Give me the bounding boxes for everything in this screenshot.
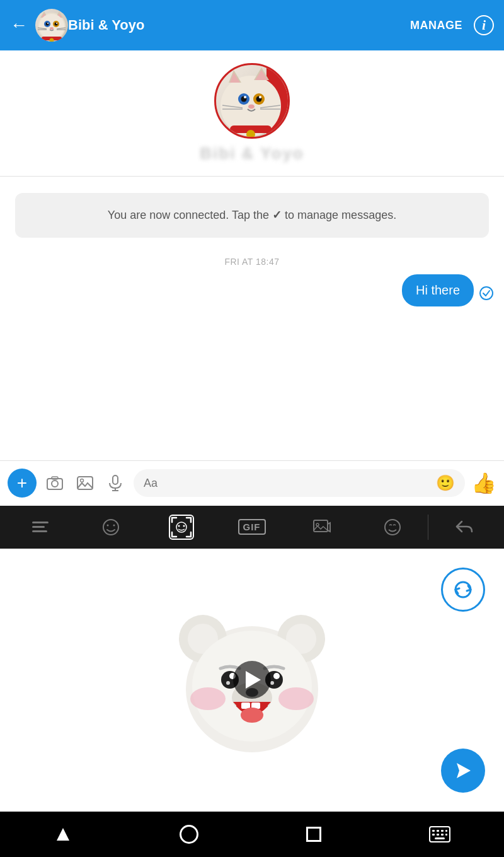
message-input-wrap: 🙂 (134, 469, 465, 497)
input-bar: + 🙂 👍 (0, 460, 504, 506)
sticker-refresh-button[interactable] (441, 568, 485, 612)
thumbs-up-button[interactable]: 👍 (471, 471, 496, 495)
face-scan-icon (169, 515, 194, 540)
svg-point-37 (246, 130, 255, 139)
gif-tab[interactable]: GIF (217, 506, 287, 549)
face-scan-tab[interactable] (146, 506, 217, 549)
nav-recents-square (306, 827, 321, 842)
svg-point-12 (50, 27, 54, 30)
photo-emoji-tab[interactable] (287, 506, 357, 549)
svg-point-58 (385, 520, 400, 535)
svg-point-65 (190, 687, 226, 710)
svg-marker-79 (57, 828, 69, 841)
header-title: Bibi & Yoyo (68, 17, 410, 33)
svg-rect-56 (314, 520, 328, 532)
play-button[interactable] (233, 661, 271, 699)
message-status-icon (479, 286, 494, 304)
emoji-tab[interactable] (76, 506, 146, 549)
nav-keyboard-button[interactable] (429, 826, 450, 842)
connected-text: You are now connected. Tap the ✓ to mana… (34, 207, 470, 224)
emoji-picker-button[interactable]: 🙂 (436, 474, 455, 492)
system-nav-bar (0, 812, 504, 857)
svg-rect-89 (435, 837, 445, 839)
svg-marker-78 (457, 763, 471, 778)
message-input[interactable] (144, 477, 431, 490)
svg-rect-87 (441, 834, 444, 836)
svg-point-40 (52, 481, 58, 487)
info-button[interactable]: i (474, 15, 494, 35)
svg-point-66 (278, 687, 314, 710)
back-button[interactable]: ← (10, 15, 28, 35)
svg-rect-49 (32, 530, 47, 532)
svg-point-8 (46, 23, 49, 26)
svg-point-10 (47, 23, 49, 24)
gif-button-label: GIF (238, 519, 266, 535)
message-row: Hi there (0, 274, 504, 306)
camera-button[interactable] (43, 471, 67, 495)
svg-point-51 (106, 524, 108, 526)
play-icon (246, 671, 261, 689)
check-icon: ✓ (272, 209, 285, 221)
chat-area: You are now connected. Tap the ✓ to mana… (0, 177, 504, 460)
profile-avatar[interactable] (214, 63, 290, 139)
sticker-area (0, 549, 504, 812)
profile-section: Bibi & Yoyo (0, 50, 504, 177)
message-bubble-outgoing[interactable]: Hi there (402, 274, 474, 306)
svg-point-71 (226, 681, 230, 685)
image-button[interactable] (73, 471, 97, 495)
svg-rect-47 (32, 522, 49, 523)
sticker-tab[interactable] (5, 506, 76, 549)
reply-tab[interactable] (428, 506, 499, 549)
nav-home-circle (180, 825, 198, 844)
svg-rect-81 (432, 830, 435, 832)
emoji-toolbar: GIF (0, 506, 504, 549)
svg-point-72 (270, 681, 274, 685)
svg-rect-82 (437, 830, 439, 832)
text-face-tab[interactable] (357, 506, 428, 549)
mic-button[interactable] (103, 471, 127, 495)
bear-sticker[interactable] (170, 598, 334, 762)
message-timestamp: FRI AT 18:47 (0, 257, 504, 267)
svg-rect-48 (32, 526, 45, 528)
nav-home-button[interactable] (180, 825, 198, 844)
svg-point-54 (178, 525, 180, 527)
svg-point-38 (480, 287, 493, 300)
header-avatar[interactable] (35, 9, 68, 42)
svg-point-5 (39, 14, 64, 39)
add-button[interactable]: + (8, 469, 37, 498)
svg-point-9 (55, 23, 58, 26)
svg-point-52 (113, 524, 115, 526)
svg-point-29 (244, 96, 246, 98)
svg-rect-88 (445, 834, 447, 836)
svg-point-53 (176, 522, 186, 532)
svg-rect-42 (77, 477, 93, 489)
svg-point-30 (259, 96, 261, 98)
svg-point-50 (103, 520, 118, 535)
connected-banner: You are now connected. Tap the ✓ to mana… (15, 193, 489, 238)
svg-point-11 (56, 23, 57, 24)
svg-rect-84 (445, 830, 447, 832)
manage-button[interactable]: MANAGE (410, 19, 462, 32)
header: ← (0, 0, 504, 50)
svg-point-43 (81, 479, 84, 482)
profile-name: Bibi & Yoyo (200, 144, 304, 163)
sticker-send-button[interactable] (441, 749, 485, 793)
svg-point-77 (241, 708, 263, 723)
svg-point-55 (183, 525, 185, 527)
svg-rect-85 (432, 834, 435, 836)
svg-rect-83 (441, 830, 444, 832)
svg-rect-86 (437, 834, 439, 836)
svg-point-70 (273, 673, 280, 679)
nav-back-button[interactable] (54, 825, 72, 843)
svg-rect-44 (113, 475, 118, 484)
svg-point-31 (248, 105, 255, 109)
nav-recents-button[interactable] (306, 827, 321, 842)
